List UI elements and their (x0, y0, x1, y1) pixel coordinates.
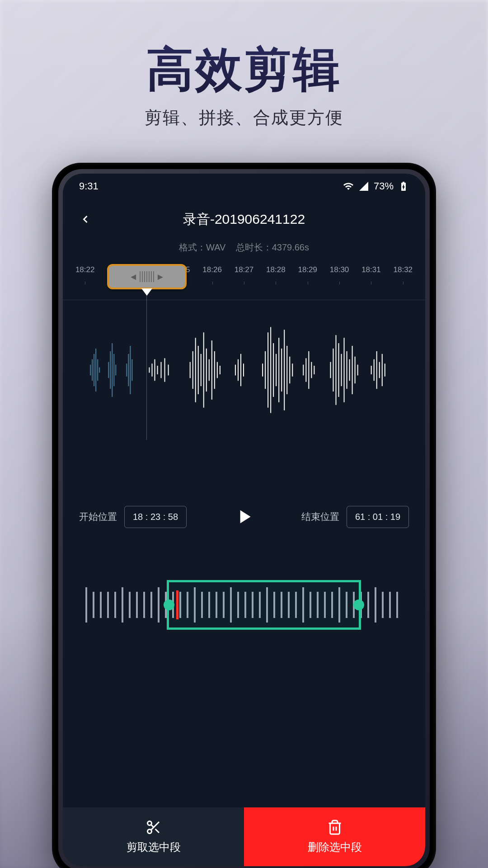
svg-rect-36 (240, 354, 241, 386)
svg-rect-45 (281, 349, 282, 392)
tick: 18:32 (387, 265, 419, 282)
trim-cursor[interactable] (176, 590, 178, 619)
svg-rect-19 (161, 362, 162, 378)
svg-rect-3 (95, 349, 96, 392)
svg-rect-13 (130, 346, 131, 394)
tick: 18:31 (355, 265, 387, 282)
svg-rect-71 (385, 363, 385, 377)
delete-button[interactable]: 删除选中段 (244, 807, 425, 866)
bottom-actions: 剪取选中段 删除选中段 (63, 807, 425, 866)
svg-rect-46 (284, 330, 285, 410)
svg-line-76 (151, 825, 154, 827)
cut-button[interactable]: 剪取选中段 (63, 807, 244, 866)
tick: 18:27 (228, 265, 260, 282)
svg-rect-23 (192, 351, 193, 389)
svg-rect-62 (349, 359, 350, 381)
svg-rect-4 (97, 359, 98, 381)
svg-rect-14 (131, 359, 132, 381)
promo-title: 高效剪辑 (0, 38, 488, 102)
trim-handle-left[interactable] (164, 599, 174, 610)
status-time: 9:31 (79, 180, 99, 192)
trim-handle-right[interactable] (353, 599, 364, 610)
svg-rect-21 (168, 365, 169, 376)
tick: 18:29 (292, 265, 324, 282)
svg-rect-28 (206, 349, 207, 392)
scissors-icon (145, 819, 162, 835)
start-position-value[interactable]: 18 : 23 : 58 (124, 506, 187, 528)
svg-rect-37 (243, 363, 244, 377)
svg-rect-60 (344, 338, 345, 402)
promo-subtitle: 剪辑、拼接、合成更方便 (0, 106, 488, 129)
tick: 18:30 (324, 265, 355, 282)
start-position-group: 开始位置 18 : 23 : 58 (79, 506, 187, 528)
play-icon (233, 505, 255, 528)
svg-rect-53 (311, 362, 312, 378)
phone-frame: 9:31 73% 录音-201906241122 格式：WAV 总时长：4379… (52, 163, 436, 868)
screen-title: 录音-201906241122 (63, 210, 425, 229)
svg-rect-57 (336, 335, 337, 405)
svg-rect-65 (357, 365, 358, 376)
waveform-icon (63, 300, 425, 440)
scrubber-pointer-icon (141, 288, 152, 296)
delete-label: 删除选中段 (308, 840, 362, 854)
svg-rect-70 (382, 354, 383, 386)
end-position-value[interactable]: 61 : 01 : 19 (347, 506, 409, 528)
controls-row: 开始位置 18 : 23 : 58 结束位置 61 : 01 : 19 (63, 503, 425, 530)
play-button[interactable] (230, 503, 258, 530)
svg-rect-41 (270, 327, 271, 413)
svg-rect-15 (149, 368, 150, 373)
tick: 18:22 (69, 265, 101, 282)
battery-icon (398, 181, 409, 192)
svg-rect-66 (371, 366, 372, 374)
svg-rect-63 (352, 346, 353, 394)
scrubber-left-arrow-icon: ◄ (129, 272, 138, 282)
svg-rect-17 (155, 359, 155, 381)
svg-rect-38 (262, 363, 263, 377)
svg-rect-8 (112, 343, 113, 397)
svg-rect-0 (90, 365, 91, 376)
format-value: WAV (206, 242, 225, 252)
end-position-label: 结束位置 (301, 510, 339, 523)
svg-line-75 (155, 829, 159, 833)
svg-point-73 (147, 830, 151, 834)
svg-rect-56 (333, 349, 333, 392)
tick: 18:26 (196, 265, 228, 282)
trim-bar[interactable] (63, 576, 425, 634)
svg-rect-52 (308, 351, 309, 389)
svg-rect-18 (157, 366, 158, 374)
svg-rect-35 (238, 359, 239, 381)
signal-icon (358, 181, 369, 192)
svg-rect-40 (267, 332, 268, 407)
svg-rect-6 (108, 362, 109, 378)
svg-rect-68 (376, 351, 377, 389)
svg-rect-51 (305, 358, 306, 382)
svg-rect-7 (110, 351, 111, 389)
svg-rect-50 (303, 365, 304, 376)
svg-rect-49 (292, 363, 293, 377)
battery-text: 73% (374, 180, 394, 192)
svg-rect-44 (278, 338, 279, 402)
svg-rect-31 (214, 351, 215, 389)
duration-value: 4379.66s (272, 242, 309, 252)
trim-selection[interactable] (167, 580, 361, 630)
svg-rect-22 (190, 362, 191, 378)
waveform-area[interactable] (63, 300, 425, 440)
scrubber-handle[interactable]: ◄ ► (107, 264, 187, 289)
svg-rect-42 (273, 343, 274, 397)
phone-screen: 9:31 73% 录音-201906241122 格式：WAV 总时长：4379… (63, 174, 425, 866)
duration-label: 总时长： (236, 242, 272, 252)
playhead-line (146, 282, 147, 440)
trash-icon (327, 819, 343, 835)
tick: 18:28 (260, 265, 291, 282)
nav-bar: 录音-201906241122 (63, 199, 425, 240)
svg-rect-11 (126, 363, 127, 377)
svg-rect-58 (338, 343, 339, 397)
svg-rect-29 (209, 359, 210, 381)
svg-point-72 (147, 821, 151, 826)
status-bar: 9:31 73% (63, 174, 425, 199)
cut-label: 剪取选中段 (127, 840, 181, 854)
svg-rect-32 (217, 362, 218, 378)
svg-rect-26 (201, 354, 202, 386)
svg-rect-1 (92, 359, 93, 381)
svg-rect-27 (203, 332, 204, 407)
